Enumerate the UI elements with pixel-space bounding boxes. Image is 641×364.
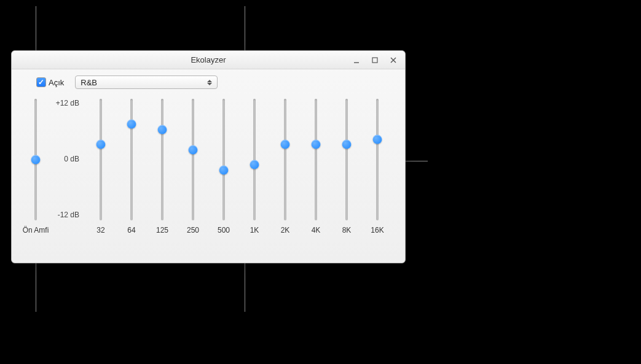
window-controls bbox=[348, 51, 401, 69]
band-slider-16K[interactable] bbox=[364, 95, 390, 224]
band-thumb-2K[interactable] bbox=[281, 140, 290, 149]
band-column-2K: 2K bbox=[272, 95, 298, 236]
svg-rect-1 bbox=[372, 58, 377, 63]
band-column-4K: 4K bbox=[303, 95, 329, 236]
minimize-icon bbox=[353, 56, 360, 64]
band-label: 32 bbox=[96, 224, 104, 236]
preset-dropdown[interactable]: R&B bbox=[75, 76, 218, 89]
band-column-1K: 1K bbox=[242, 95, 267, 236]
band-slider-8K[interactable] bbox=[334, 95, 360, 224]
maximize-button[interactable] bbox=[367, 55, 383, 66]
window-title: Ekolayzer bbox=[191, 55, 226, 64]
titlebar: Ekolayzer bbox=[12, 51, 405, 69]
close-icon bbox=[390, 56, 397, 64]
band-thumb-1K[interactable] bbox=[250, 160, 259, 169]
scale-max: +12 dB bbox=[56, 99, 79, 107]
band-label: 16K bbox=[371, 224, 383, 236]
band-slider-125[interactable] bbox=[149, 95, 175, 224]
band-slider-4K[interactable] bbox=[303, 95, 329, 224]
band-label: 8K bbox=[342, 224, 352, 236]
band-column-16K: 16K bbox=[364, 95, 390, 236]
band-slider-500[interactable] bbox=[211, 95, 237, 224]
top-row: Açık R&B bbox=[36, 76, 394, 89]
bands-container: 32641252505001K2K4K8K16K bbox=[84, 95, 394, 236]
scale-mid: 0 dB bbox=[64, 155, 79, 163]
band-column-64: 64 bbox=[119, 95, 144, 236]
db-scale: +12 dB 0 dB -12 dB bbox=[49, 95, 84, 236]
band-thumb-250[interactable] bbox=[189, 145, 198, 154]
preamp-label: Ön Amfi bbox=[23, 224, 49, 236]
band-slider-64[interactable] bbox=[119, 95, 144, 224]
band-column-250: 250 bbox=[180, 95, 206, 236]
equalizer-window: Ekolayzer Açık R&B bbox=[11, 50, 406, 263]
band-column-32: 32 bbox=[88, 95, 114, 236]
band-label: 500 bbox=[218, 224, 230, 236]
band-thumb-125[interactable] bbox=[158, 125, 167, 134]
band-thumb-8K[interactable] bbox=[342, 140, 352, 149]
enable-checkbox-wrap: Açık bbox=[36, 77, 64, 87]
band-label: 2K bbox=[281, 224, 290, 236]
band-label: 64 bbox=[127, 224, 135, 236]
eq-body: Ön Amfi +12 dB 0 dB -12 dB 3264125250500… bbox=[23, 95, 394, 236]
band-slider-2K[interactable] bbox=[272, 95, 298, 224]
band-column-125: 125 bbox=[149, 95, 175, 236]
enable-checkbox-label: Açık bbox=[49, 78, 64, 87]
band-slider-32[interactable] bbox=[88, 95, 114, 224]
band-label: 4K bbox=[312, 224, 321, 236]
close-button[interactable] bbox=[385, 55, 401, 66]
band-label: 1K bbox=[250, 224, 259, 236]
window-content: Açık R&B Ön Amfi bbox=[12, 69, 405, 263]
minimize-button[interactable] bbox=[348, 55, 364, 66]
band-slider-1K[interactable] bbox=[242, 95, 267, 224]
preset-dropdown-value: R&B bbox=[81, 78, 97, 87]
band-thumb-32[interactable] bbox=[96, 140, 106, 149]
preamp-slider[interactable] bbox=[23, 95, 49, 224]
maximize-icon bbox=[371, 56, 379, 64]
preamp-column: Ön Amfi bbox=[23, 95, 49, 236]
band-slider-250[interactable] bbox=[180, 95, 206, 224]
scale-min: -12 dB bbox=[58, 211, 79, 219]
dropdown-arrows-icon bbox=[207, 80, 212, 85]
band-column-8K: 8K bbox=[334, 95, 360, 236]
band-label: 125 bbox=[156, 224, 168, 236]
band-thumb-4K[interactable] bbox=[312, 140, 321, 149]
enable-checkbox[interactable] bbox=[36, 77, 46, 87]
band-thumb-64[interactable] bbox=[127, 120, 136, 129]
band-thumb-16K[interactable] bbox=[373, 134, 382, 144]
band-thumb-500[interactable] bbox=[219, 165, 229, 174]
band-column-500: 500 bbox=[211, 95, 237, 236]
preamp-thumb[interactable] bbox=[31, 155, 41, 165]
band-label: 250 bbox=[187, 224, 199, 236]
